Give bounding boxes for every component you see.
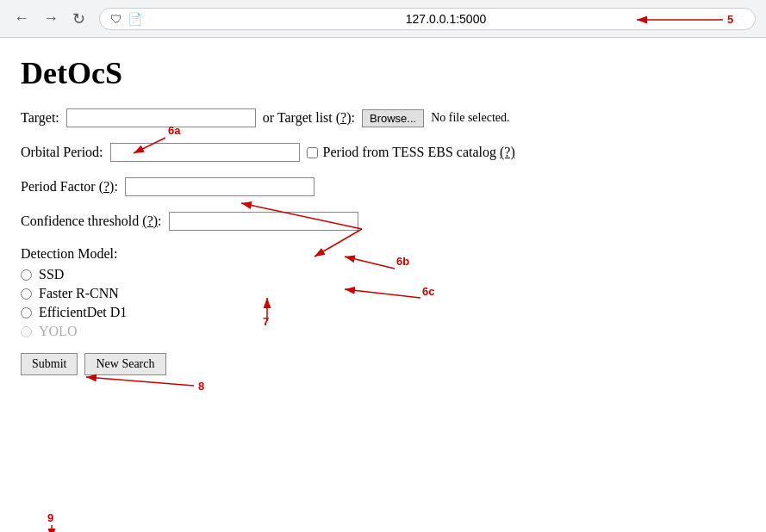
back-button[interactable]: ←	[10, 8, 33, 29]
button-row: Submit New Search	[21, 353, 745, 375]
submit-button[interactable]: Submit	[21, 353, 78, 375]
detection-model-section: Detection Model: SSD Faster R-CNN Effici…	[21, 246, 745, 339]
radio-faster-rcnn-input[interactable]	[21, 288, 32, 300]
orbital-period-label: Orbital Period:	[21, 145, 103, 160]
shield-icon: 🛡	[110, 12, 122, 26]
radio-yolo: YOLO	[21, 324, 745, 339]
detection-model-label: Detection Model:	[21, 246, 745, 262]
radio-efficientdet: EfficientDet D1	[21, 305, 745, 320]
period-factor-input[interactable]	[125, 177, 314, 196]
browser-chrome: ← → ↻ 🛡 📄 127.0.0.1:5000 5	[0, 0, 766, 38]
no-file-label: No file selected.	[431, 111, 509, 125]
target-row: Target: or Target list (?): Browse... No…	[21, 108, 745, 127]
radio-faster-rcnn-label: Faster R-CNN	[39, 286, 119, 301]
period-tess-row: Period from TESS EBS catalog (?)	[307, 145, 515, 160]
confidence-help-symbol: (?)	[142, 213, 158, 228]
new-search-button[interactable]: New Search	[84, 353, 165, 375]
target-label: Target:	[21, 110, 59, 126]
orbital-period-input[interactable]	[110, 143, 300, 162]
url-text: 127.0.0.1:5000	[147, 12, 744, 26]
browser-nav: ← → ↻	[10, 8, 89, 30]
svg-text:9: 9	[47, 511, 53, 524]
orbital-period-row: Orbital Period: Period from TESS EBS cat…	[21, 143, 745, 162]
radio-ssd: SSD	[21, 267, 745, 282]
target-help-symbol: (?)	[336, 110, 352, 125]
period-factor-label: Period Factor (?):	[21, 179, 118, 195]
confidence-input[interactable]	[169, 212, 358, 231]
radio-efficientdet-label: EfficientDet D1	[39, 305, 127, 320]
tess-help-symbol: (?)	[500, 145, 515, 159]
radio-ssd-input[interactable]	[21, 269, 32, 281]
page-content: DetOcS Target: or Target list (?): Brows…	[0, 38, 766, 393]
page-wrapper: DetOcS Target: or Target list (?): Brows…	[0, 38, 766, 393]
refresh-button[interactable]: ↻	[69, 8, 89, 30]
period-tess-checkbox[interactable]	[307, 147, 318, 158]
confidence-label: Confidence threshold (?):	[21, 213, 162, 229]
confidence-row: Confidence threshold (?):	[21, 212, 745, 231]
forward-button[interactable]: →	[40, 8, 62, 29]
radio-faster-rcnn: Faster R-CNN	[21, 286, 745, 301]
radio-ssd-label: SSD	[39, 267, 64, 282]
radio-efficientdet-input[interactable]	[21, 307, 32, 319]
target-input[interactable]	[66, 108, 256, 127]
browse-button[interactable]: Browse...	[362, 109, 424, 127]
period-tess-label: Period from TESS EBS catalog (?)	[323, 145, 515, 160]
radio-yolo-input	[21, 326, 32, 337]
app-title: DetOcS	[21, 55, 745, 91]
radio-yolo-label: YOLO	[39, 324, 77, 339]
page-icon: 📄	[128, 12, 142, 26]
period-factor-help-symbol: (?)	[99, 179, 115, 194]
or-target-list-label: or Target list (?):	[263, 110, 355, 126]
address-bar[interactable]: 🛡 📄 127.0.0.1:5000	[99, 8, 756, 30]
period-factor-row: Period Factor (?):	[21, 177, 745, 196]
